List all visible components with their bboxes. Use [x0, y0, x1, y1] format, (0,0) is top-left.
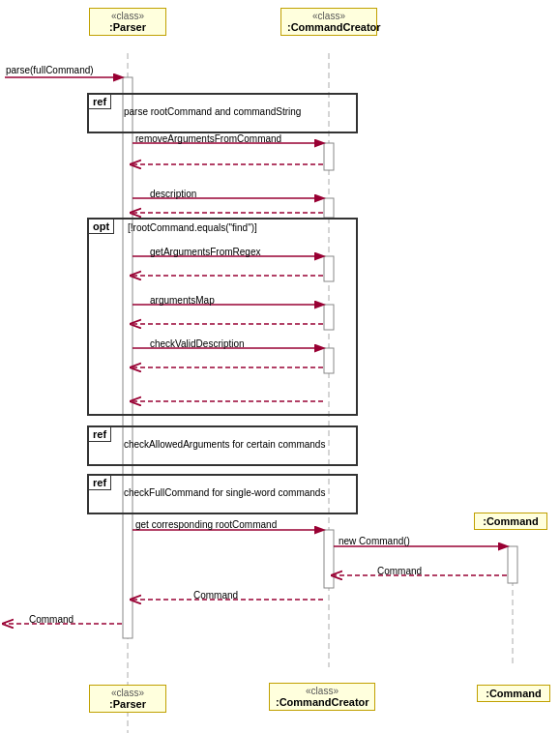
label-remove-args: removeArgumentsFromCommand: [135, 133, 281, 144]
label-description: description: [150, 189, 196, 199]
command-class-right: :Command: [474, 513, 547, 530]
command-name-bottom: :Command: [484, 688, 544, 699]
parser-name-top: :Parser: [96, 21, 160, 33]
fragment-ref3: ref checkFullCommand for single-word com…: [87, 474, 358, 514]
svg-rect-10: [508, 546, 517, 583]
fragment-ref1: ref parse rootCommand and commandString: [87, 93, 358, 133]
commandcreator-class-top: «class» :CommandCreator: [280, 8, 377, 36]
fragment-opt1-label: opt: [88, 219, 114, 234]
command-name-right: :Command: [481, 515, 541, 527]
label-check-valid: checkValidDescription: [150, 338, 245, 349]
label-command-return1: Command: [377, 566, 422, 576]
svg-rect-5: [324, 198, 334, 218]
label-new-command: new Command(): [339, 536, 410, 546]
svg-rect-4: [324, 143, 334, 170]
commandcreator-class-bottom: «class» :CommandCreator: [269, 683, 375, 711]
fragment-ref2-label: ref: [88, 426, 111, 442]
command-class-bottom: :Command: [477, 685, 550, 702]
fragment-ref2-text: checkAllowedArguments for certain comman…: [124, 439, 325, 450]
parser-name-bottom: :Parser: [96, 698, 160, 710]
svg-rect-9: [324, 530, 334, 588]
parser-stereotype-bottom: «class»: [96, 688, 160, 698]
sequence-diagram: «class» :Parser «class» :CommandCreator …: [0, 0, 560, 733]
commandcreator-stereotype-top: «class»: [287, 11, 370, 21]
fragment-ref2: ref checkAllowedArguments for certain co…: [87, 425, 358, 466]
label-args-map: argumentsMap: [150, 295, 215, 306]
parser-class-bottom: «class» :Parser: [89, 685, 166, 713]
label-get-args-regex: getArgumentsFromRegex: [150, 247, 261, 257]
parser-class-top: «class» :Parser: [89, 8, 166, 36]
commandcreator-name-bottom: :CommandCreator: [276, 696, 368, 708]
fragment-ref3-label: ref: [88, 475, 111, 490]
fragment-opt1-condition: [!rootCommand.equals("find")]: [128, 222, 257, 233]
fragment-ref3-text: checkFullCommand for single-word command…: [124, 487, 325, 498]
label-command-return2: Command: [193, 590, 238, 601]
label-command-return3: Command: [29, 614, 74, 625]
fragment-ref1-label: ref: [88, 94, 111, 109]
fragment-ref1-text: parse rootCommand and commandString: [124, 106, 301, 117]
label-parse: parse(fullCommand): [6, 65, 94, 75]
label-get-root: get corresponding rootCommand: [135, 519, 277, 530]
parser-stereotype-top: «class»: [96, 11, 160, 21]
commandcreator-stereotype-bottom: «class»: [276, 686, 368, 696]
commandcreator-name-top: :CommandCreator: [287, 21, 370, 33]
